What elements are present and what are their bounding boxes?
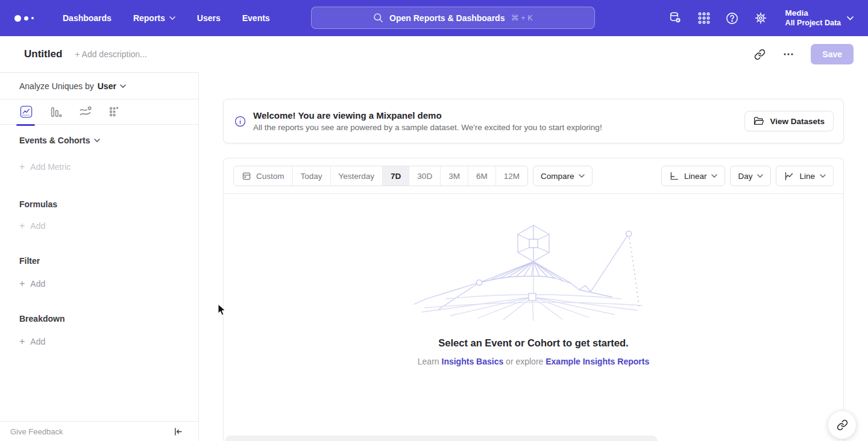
plus-icon: +	[19, 162, 25, 172]
chevron-down-icon	[820, 174, 826, 178]
add-metric-button[interactable]: + Add Metric	[19, 162, 198, 172]
chevron-down-icon	[757, 174, 763, 178]
primary-nav: Dashboards Reports Users Events	[63, 13, 270, 23]
more-options-icon[interactable]	[782, 48, 795, 61]
dots-grid-icon	[108, 105, 121, 119]
events-cohorts-section[interactable]: Events & Cohorts	[19, 136, 198, 145]
empty-state: Select an Event or Cohort to get started…	[224, 194, 843, 441]
demo-welcome-banner: Welcome! You are viewing a Mixpanel demo…	[223, 99, 844, 143]
chevron-down-icon	[94, 139, 100, 142]
tab-bar-chart[interactable]	[48, 105, 63, 119]
nav-item-events[interactable]: Events	[242, 13, 270, 23]
copy-link-icon[interactable]	[753, 48, 766, 61]
report-title[interactable]: Untitled	[24, 48, 62, 60]
axis-scale-icon	[669, 171, 679, 181]
date-range-30d[interactable]: 30D	[409, 166, 440, 186]
search-icon	[373, 13, 383, 23]
interval-dropdown[interactable]: Day	[730, 166, 771, 186]
chart-display-controls: Linear Day Line	[661, 166, 834, 186]
report-actions: Save	[753, 44, 854, 64]
analyze-label: Analyze Uniques by	[19, 81, 94, 91]
date-range-12m[interactable]: 12M	[495, 166, 527, 186]
banner-subtitle: All the reports you see are powered by a…	[253, 123, 602, 132]
banner-title: Welcome! You are viewing a Mixpanel demo	[253, 110, 602, 120]
add-formula-button[interactable]: + Add	[19, 221, 198, 231]
banner-text: Welcome! You are viewing a Mixpanel demo…	[253, 110, 602, 132]
flows-icon	[78, 105, 92, 119]
chevron-down-icon	[711, 174, 717, 178]
global-search-input[interactable]: Open Reports & Dashboards ⌘ + K	[311, 7, 595, 29]
collapse-sidebar-icon[interactable]	[172, 425, 184, 437]
view-datasets-button[interactable]: View Datasets	[744, 111, 834, 131]
date-range-6m[interactable]: 6M	[468, 166, 495, 186]
add-description-field[interactable]: + Add description...	[75, 49, 146, 59]
info-icon	[234, 116, 246, 127]
apps-grid-icon[interactable]	[697, 11, 711, 25]
nav-right-group: Media All Project Data	[668, 8, 854, 28]
plus-icon: +	[19, 221, 25, 231]
line-chart-icon	[19, 105, 33, 119]
selected-tab-underline	[16, 124, 35, 126]
plus-icon: +	[19, 337, 25, 346]
tab-flows[interactable]	[78, 105, 92, 119]
analyze-row: Analyze Uniques by User	[0, 72, 198, 99]
plus-icon: +	[19, 279, 25, 289]
tab-insights-line[interactable]	[19, 105, 33, 119]
search-shortcut: ⌘ + K	[511, 13, 533, 22]
formulas-section-label: Formulas	[19, 199, 198, 209]
nav-item-dashboards[interactable]: Dashboards	[63, 13, 112, 23]
scale-dropdown[interactable]: Linear	[661, 166, 726, 186]
report-header: Untitled + Add description... Save	[0, 36, 868, 72]
empty-state-illustration	[413, 220, 654, 323]
date-range-3m[interactable]: 3M	[440, 166, 468, 186]
chart-type-dropdown[interactable]: Line	[776, 166, 834, 186]
chevron-down-icon	[847, 16, 854, 20]
breakdown-section-label: Breakdown	[19, 314, 198, 324]
filter-section-label: Filter	[19, 256, 198, 266]
data-management-icon[interactable]	[668, 11, 683, 25]
mixpanel-logo-icon[interactable]	[14, 15, 41, 22]
report-main: Welcome! You are viewing a Mixpanel demo…	[199, 72, 868, 441]
project-scope: All Project Data	[785, 19, 841, 28]
empty-state-links: Learn Insights Basics or explore Example…	[418, 357, 649, 366]
help-icon[interactable]	[725, 11, 740, 25]
calendar-icon	[242, 171, 251, 181]
compare-dropdown[interactable]: Compare	[533, 166, 593, 186]
empty-state-title: Select an Event or Cohort to get started…	[438, 337, 628, 349]
project-selector[interactable]: Media All Project Data	[785, 8, 854, 28]
chevron-down-icon	[169, 16, 175, 20]
folder-icon	[753, 116, 764, 126]
chevron-down-icon	[120, 84, 126, 88]
nav-item-reports[interactable]: Reports	[133, 13, 175, 23]
report-card: Custom Today Yesterday 7D 30D 3M 6M 12M …	[223, 158, 844, 441]
chevron-down-icon	[579, 174, 585, 178]
add-breakdown-button[interactable]: + Add	[19, 337, 198, 346]
query-builder-sidebar: Analyze Uniques by User	[0, 72, 199, 441]
date-range-today[interactable]: Today	[292, 166, 330, 186]
insights-basics-link[interactable]: Insights Basics	[442, 357, 504, 366]
date-range-7d[interactable]: 7D	[382, 166, 409, 186]
date-range-yesterday[interactable]: Yesterday	[330, 166, 383, 186]
tab-retention-grid[interactable]	[107, 105, 122, 119]
nav-item-users[interactable]: Users	[197, 13, 221, 23]
project-name: Media	[785, 8, 808, 19]
bar-chart-icon	[49, 105, 62, 119]
date-range-control: Custom Today Yesterday 7D 30D 3M 6M 12M	[233, 166, 528, 186]
analyze-entity-dropdown[interactable]: User	[98, 81, 126, 91]
settings-gear-icon[interactable]	[753, 11, 768, 25]
next-section-peek	[225, 436, 658, 441]
example-insights-reports-link[interactable]: Example Insights Reports	[546, 357, 649, 366]
sidebar-footer: Give Feedback	[0, 421, 198, 441]
line-type-icon	[784, 171, 794, 181]
visualization-tabs	[0, 99, 198, 125]
top-navbar: Dashboards Reports Users Events Open Rep…	[0, 0, 868, 36]
share-link-fab[interactable]	[828, 410, 857, 439]
date-range-custom[interactable]: Custom	[234, 166, 292, 186]
mixpanel-insights-screen: Dashboards Reports Users Events Open Rep…	[0, 0, 868, 441]
add-filter-button[interactable]: + Add	[19, 279, 198, 289]
save-button[interactable]: Save	[811, 44, 854, 64]
report-controls: Custom Today Yesterday 7D 30D 3M 6M 12M …	[224, 158, 843, 194]
link-icon	[837, 419, 848, 431]
give-feedback-link[interactable]: Give Feedback	[10, 427, 63, 436]
search-placeholder: Open Reports & Dashboards	[389, 13, 505, 23]
